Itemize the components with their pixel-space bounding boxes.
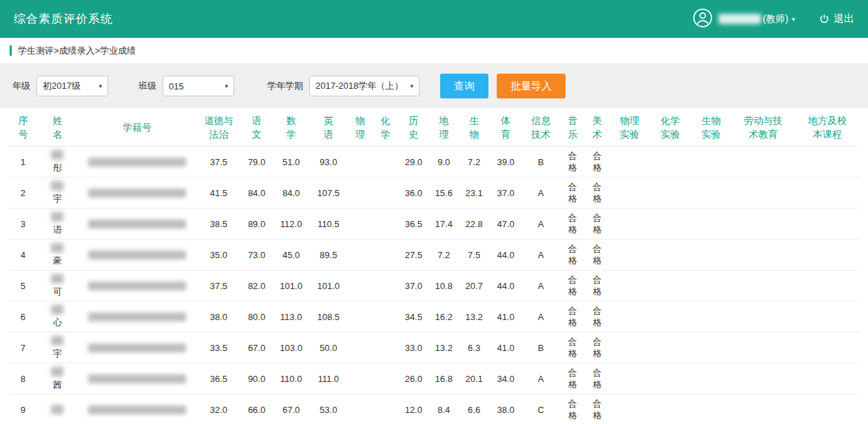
score-cell bbox=[795, 240, 860, 271]
score-cell bbox=[609, 301, 650, 332]
score-cell bbox=[795, 178, 860, 209]
logout-label: 退出 bbox=[834, 12, 854, 25]
score-cell: 32.0 bbox=[197, 394, 240, 424]
score-cell: A bbox=[522, 271, 560, 301]
score-cell bbox=[650, 332, 690, 363]
student-name-cell: 彤 bbox=[38, 147, 77, 178]
class-select[interactable]: 015 ▾ bbox=[163, 76, 234, 96]
score-cell: 29.0 bbox=[398, 147, 429, 178]
score-cell bbox=[691, 332, 732, 363]
score-cell bbox=[795, 147, 860, 178]
score-cell bbox=[609, 178, 650, 209]
table-row: 5可37.582.0101.0101.037.010.820.744.0A合 格… bbox=[8, 271, 860, 301]
table-row: 3语38.589.0112.0110.536.517.422.847.0A合 格… bbox=[8, 209, 860, 240]
power-icon bbox=[818, 13, 830, 25]
student-id-cell bbox=[77, 209, 197, 240]
score-cell bbox=[650, 363, 690, 394]
chevron-down-icon: ▾ bbox=[792, 16, 795, 23]
score-cell: 113.0 bbox=[273, 301, 309, 332]
score-cell bbox=[347, 240, 373, 271]
score-cell: 103.0 bbox=[273, 332, 309, 363]
import-button[interactable]: 批量导入 bbox=[497, 74, 566, 98]
row-number-cell: 1 bbox=[8, 147, 38, 178]
student-name-visible-char: 语 bbox=[39, 224, 76, 235]
score-cell: 15.6 bbox=[429, 178, 459, 209]
user-menu[interactable]: (教师) ▾ bbox=[763, 13, 795, 25]
score-cell: 90.0 bbox=[240, 363, 273, 394]
query-button[interactable]: 查询 bbox=[440, 74, 488, 98]
student-id-cell bbox=[77, 301, 197, 332]
score-cell: 33.5 bbox=[197, 332, 240, 363]
score-cell bbox=[373, 178, 398, 209]
score-cell bbox=[691, 147, 732, 178]
table-row: 6心38.080.0113.0108.534.516.213.241.0A合 格… bbox=[8, 301, 860, 332]
score-cell bbox=[732, 178, 795, 209]
score-cell bbox=[609, 271, 650, 301]
score-cell bbox=[732, 209, 795, 240]
term-select[interactable]: 2017-2018学年（上） ▾ bbox=[309, 76, 420, 96]
score-cell: 67.0 bbox=[273, 394, 309, 424]
score-cell: 79.0 bbox=[240, 147, 273, 178]
column-header: 学籍号 bbox=[77, 108, 197, 147]
score-cell: 合 格 bbox=[586, 178, 610, 209]
score-cell bbox=[347, 363, 373, 394]
score-cell: 26.0 bbox=[398, 363, 429, 394]
score-cell: 22.8 bbox=[459, 209, 490, 240]
column-header: 数 学 bbox=[273, 108, 309, 147]
student-id-cell bbox=[77, 363, 197, 394]
score-cell: 67.0 bbox=[240, 332, 273, 363]
score-cell: 73.0 bbox=[240, 240, 273, 271]
student-name-visible-char: 彤 bbox=[39, 162, 76, 173]
redacted-name bbox=[51, 367, 63, 377]
score-cell bbox=[373, 363, 398, 394]
score-cell: 112.0 bbox=[273, 209, 309, 240]
score-cell bbox=[609, 394, 650, 424]
score-cell: 84.0 bbox=[273, 178, 309, 209]
score-cell: 38.5 bbox=[197, 209, 240, 240]
score-cell bbox=[650, 394, 690, 424]
score-cell bbox=[609, 240, 650, 271]
score-cell: 37.5 bbox=[197, 147, 240, 178]
grade-label: 年级 bbox=[12, 80, 30, 92]
score-cell: A bbox=[522, 363, 560, 394]
score-cell bbox=[609, 363, 650, 394]
score-cell bbox=[795, 332, 860, 363]
term-select-value: 2017-2018学年（上） bbox=[316, 80, 403, 92]
score-cell bbox=[732, 240, 795, 271]
student-name-cell: 可 bbox=[38, 271, 77, 301]
score-cell: 合 格 bbox=[586, 209, 610, 240]
score-cell bbox=[732, 394, 795, 424]
score-cell bbox=[691, 271, 732, 301]
column-header: 化学 实验 bbox=[650, 108, 690, 147]
score-cell: 13.2 bbox=[429, 332, 459, 363]
logout-button[interactable]: 退出 bbox=[818, 12, 854, 25]
redacted-student-id bbox=[88, 312, 186, 321]
score-cell bbox=[650, 209, 690, 240]
score-cell: 47.0 bbox=[490, 209, 522, 240]
score-cell: 101.0 bbox=[273, 271, 309, 301]
score-cell bbox=[373, 147, 398, 178]
column-header: 英 语 bbox=[309, 108, 347, 147]
student-name-cell: 宇 bbox=[38, 178, 77, 209]
chevron-down-icon: ▾ bbox=[99, 83, 102, 89]
score-cell bbox=[732, 271, 795, 301]
score-cell: 27.5 bbox=[398, 240, 429, 271]
grades-table-panel: 序 号姓 名学籍号道德与 法治语 文数 学英 语物 理化 学历 史地 理生 物体… bbox=[0, 108, 868, 424]
score-cell: 12.0 bbox=[398, 394, 429, 424]
redacted-student-id bbox=[88, 343, 186, 352]
column-header: 生 物 bbox=[459, 108, 490, 147]
score-cell bbox=[691, 209, 732, 240]
score-cell bbox=[650, 240, 690, 271]
score-cell bbox=[691, 394, 732, 424]
score-cell bbox=[347, 209, 373, 240]
score-cell: 36.0 bbox=[398, 178, 429, 209]
score-cell: C bbox=[522, 394, 560, 424]
score-cell bbox=[650, 147, 690, 178]
score-cell: 6.3 bbox=[459, 332, 490, 363]
grade-select[interactable]: 初2017级 ▾ bbox=[37, 76, 108, 96]
row-number-cell: 7 bbox=[8, 332, 38, 363]
score-cell: 合 格 bbox=[560, 271, 586, 301]
redacted-name bbox=[51, 336, 63, 346]
grade-select-value: 初2017级 bbox=[43, 80, 81, 92]
score-cell bbox=[691, 240, 732, 271]
